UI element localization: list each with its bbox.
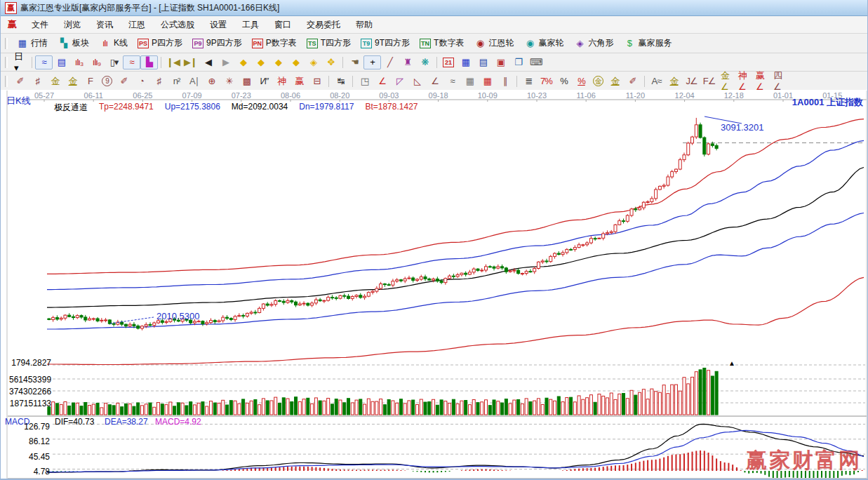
toolbar-button[interactable]: ◉ 江恩轮 — [469, 35, 519, 51]
toolbar-button[interactable]: ◆ — [252, 55, 269, 69]
toolbar-button[interactable]: ılı₃ — [70, 55, 88, 69]
toolbar-button[interactable]: ▶❙ — [182, 55, 199, 69]
toolbar-button[interactable]: ▯▾ — [105, 55, 123, 69]
toolbar-button[interactable]: A≈ — [648, 74, 665, 88]
toolbar-button[interactable]: % — [573, 74, 590, 88]
toolbar-button[interactable]: ◈ — [305, 55, 322, 69]
toolbar-button[interactable]: 神∠ — [735, 74, 753, 88]
toolbar-button[interactable]: ▶ — [217, 55, 234, 69]
toolbar-button[interactable]: ◈ 六角形 — [568, 35, 618, 51]
toolbar-button[interactable]: + — [363, 55, 381, 69]
toolbar-button[interactable]: ▤ — [474, 55, 492, 69]
toolbar-button[interactable]: n² — [168, 74, 185, 88]
toolbar-button[interactable]: P9 9P四方形 — [187, 35, 247, 51]
toolbar-button[interactable]: ◆ — [269, 55, 287, 69]
toolbar-button[interactable]: 赢∠ — [753, 74, 770, 88]
toolbar-button[interactable]: ▤ — [53, 55, 70, 69]
toolbar-button[interactable]: J∠ — [683, 74, 700, 88]
toolbar-button[interactable]: A∣ — [185, 74, 203, 88]
menu-item[interactable]: 设置 — [202, 16, 234, 33]
toolbar-button[interactable]: ☚ — [346, 55, 363, 69]
toolbar-button[interactable]: 金 — [606, 74, 624, 88]
toolbar-button[interactable]: ▦ — [479, 74, 496, 88]
menu-item[interactable]: 江恩 — [121, 16, 153, 33]
toolbar-button[interactable]: % — [555, 74, 573, 88]
toolbar-button[interactable]: ╱ — [381, 55, 399, 69]
toolbar-grip[interactable] — [5, 76, 8, 87]
toolbar-button[interactable]: ∠ — [373, 74, 391, 88]
toolbar-button[interactable]: 日▾ — [11, 55, 29, 69]
menu-item[interactable]: 帮助 — [348, 16, 380, 33]
toolbar-button[interactable]: 21 — [440, 56, 457, 69]
toolbar-button[interactable]: 金 — [46, 74, 64, 88]
toolbar-button[interactable]: ↹ — [332, 74, 349, 88]
toolbar-button-icon: ▦ — [16, 38, 28, 49]
toolbar-button[interactable]: 金 — [665, 74, 683, 88]
toolbar-button[interactable]: ❐ — [509, 55, 527, 69]
toolbar-grip[interactable] — [5, 38, 8, 49]
toolbar-button[interactable]: И″ — [255, 74, 273, 88]
toolbar-button[interactable]: PS P四方形 — [133, 35, 187, 51]
toolbar-button[interactable]: ◔ — [133, 74, 150, 88]
toolbar-button[interactable]: ✳ — [220, 74, 238, 88]
toolbar-button[interactable]: ✐ — [624, 74, 641, 88]
toolbar-button[interactable]: ▦ — [461, 74, 479, 88]
toolbar-button[interactable]: 金 — [590, 74, 606, 88]
toolbar-button[interactable]: 金 — [64, 74, 81, 88]
toolbar-button[interactable]: ▦ 行情 — [11, 35, 53, 51]
toolbar-button[interactable]: ≣ — [520, 74, 538, 88]
toolbar-button[interactable]: ▚ 板块 — [53, 35, 94, 51]
toolbar-button[interactable]: ◀ — [199, 55, 217, 69]
toolbar-button[interactable]: F — [81, 74, 99, 88]
toolbar-button[interactable]: ⊕ — [203, 74, 220, 88]
toolbar-button[interactable]: T9 9T四方形 — [356, 35, 415, 51]
menu-item[interactable]: 工具 — [234, 16, 267, 33]
toolbar-button[interactable]: ⌨ — [527, 55, 545, 69]
toolbar-button[interactable]: ∠ — [426, 74, 443, 88]
toolbar-button[interactable]: $ 赢家服务 — [618, 35, 676, 51]
toolbar-button[interactable]: TN T数字表 — [415, 35, 469, 51]
menu-item[interactable]: 浏览 — [56, 16, 88, 33]
menu-item[interactable]: 交易委托 — [299, 16, 348, 33]
menu-item[interactable]: 窗口 — [267, 16, 299, 33]
toolbar-grip[interactable] — [5, 57, 8, 68]
toolbar-button[interactable]: ◺ — [408, 74, 426, 88]
toolbar-button[interactable]: TS T四方形 — [302, 35, 356, 51]
toolbar-button[interactable]: ▩ — [238, 74, 255, 88]
menu-item[interactable]: 公式选股 — [153, 16, 202, 33]
toolbar-button[interactable]: ⊟ — [308, 74, 326, 88]
toolbar-button[interactable]: 神 — [273, 74, 291, 88]
toolbar-button[interactable]: ♯ — [29, 74, 46, 88]
toolbar-button[interactable]: ≈ — [35, 55, 53, 69]
toolbar-button[interactable]: 金∠ — [718, 74, 735, 88]
menu-item[interactable]: 文件 — [24, 16, 56, 33]
toolbar-button[interactable]: 四∠ — [770, 74, 788, 88]
toolbar-button[interactable]: F∠ — [700, 74, 718, 88]
toolbar-button[interactable]: ♜ — [399, 55, 416, 69]
toolbar-button[interactable]: ≈ — [123, 55, 140, 69]
toolbar-button[interactable]: ◉ 赢家轮 — [519, 35, 568, 51]
toolbar-button[interactable]: ▦ — [457, 55, 474, 69]
toolbar-button[interactable]: 赢 — [291, 74, 308, 88]
toolbar-button[interactable]: ≈ — [443, 74, 461, 88]
toolbar-button[interactable]: PN P数字表 — [247, 35, 302, 51]
toolbar-button[interactable]: ılı K线 — [94, 35, 133, 51]
toolbar-button[interactable]: ▣ — [492, 55, 509, 69]
toolbar-button[interactable]: ◸ — [391, 74, 408, 88]
toolbar-button-icon: 四∠ — [773, 76, 785, 87]
toolbar-button[interactable]: ❙◀ — [164, 55, 182, 69]
toolbar-button[interactable]: ∥ — [496, 74, 514, 88]
toolbar-button[interactable]: ▙ — [140, 55, 158, 69]
toolbar-button[interactable]: ◆ — [234, 55, 252, 69]
toolbar-button[interactable]: 7% — [538, 74, 555, 88]
menu-item[interactable]: 资讯 — [88, 16, 121, 33]
toolbar-button[interactable]: 9 — [99, 74, 115, 88]
toolbar-button[interactable]: ✥ — [322, 55, 340, 69]
toolbar-button[interactable]: ♯ — [150, 74, 168, 88]
toolbar-button[interactable]: ❋ — [416, 55, 434, 69]
toolbar-button[interactable]: ✐ — [115, 74, 133, 88]
toolbar-button[interactable]: ılı₉ — [88, 55, 105, 69]
toolbar-button[interactable]: ◳ — [356, 74, 373, 88]
toolbar-button[interactable]: ✐ — [11, 74, 29, 88]
toolbar-button[interactable]: ◆ — [287, 55, 305, 69]
